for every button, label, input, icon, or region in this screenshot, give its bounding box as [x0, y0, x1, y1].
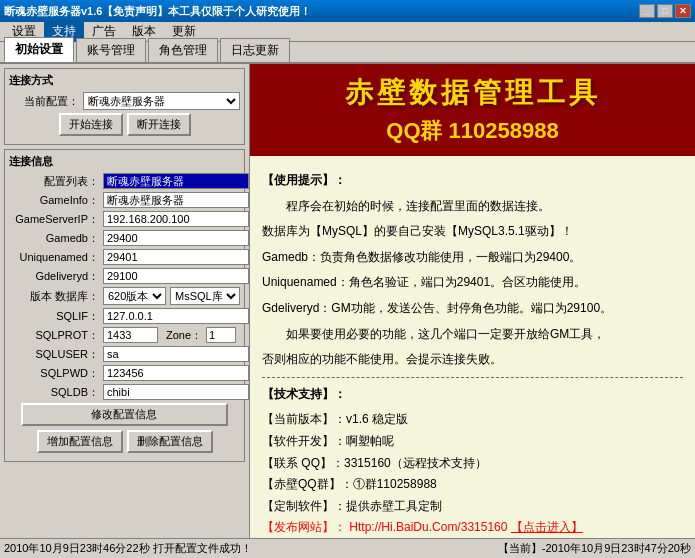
add-delete-buttons: 增加配置信息 删除配置信息 — [9, 430, 240, 453]
gdeliveryd-row: Gdeliveryd： — [9, 268, 240, 284]
tech-qq-group-value: ①群110258988 — [353, 477, 437, 491]
gameserverip-input[interactable] — [103, 211, 249, 227]
connect-button[interactable]: 开始连接 — [59, 113, 123, 136]
tips-line-1: 程序会在初始的时候，连接配置里面的数据连接。 — [262, 196, 683, 218]
tab-log-update[interactable]: 日志更新 — [220, 38, 290, 62]
sqluser-label: SQLUSER： — [9, 347, 99, 362]
gamedb-input[interactable] — [103, 230, 249, 246]
sqldb-input[interactable] — [103, 384, 249, 400]
gamedb-label: Gamedb： — [9, 231, 99, 246]
db-version-label: 版本 数据库： — [9, 289, 99, 304]
status-bar: 2010年10月9日23时46分22秒 打开配置文件成功！ 【当前】-2010年… — [0, 538, 695, 558]
tech-developer-label: 【软件开发】： — [262, 434, 346, 448]
tips-line-5: Gdeliveryd：GM功能，发送公告、封停角色功能。端口为29100。 — [262, 298, 683, 320]
tab-initial-settings[interactable]: 初始设置 — [4, 37, 74, 62]
sqlpwd-input[interactable] — [103, 365, 249, 381]
tech-qq-group: 【赤壁QQ群】：①群110258988 — [262, 474, 683, 496]
right-body: 【使用提示】： 程序会在初始的时候，连接配置里面的数据连接。 数据库为【MySQ… — [250, 156, 695, 538]
tech-website-label: 【发布网站】： — [262, 520, 346, 534]
tech-qq-value: 3315160（远程技术支持） — [344, 456, 487, 470]
tech-version-value: v1.6 稳定版 — [346, 412, 408, 426]
gameinfo-label: GameInfo： — [9, 193, 99, 208]
sqlif-row: SQLIF： — [9, 308, 240, 324]
tech-support-section: 【技术支持】： 【当前版本】：v1.6 稳定版 【软件开发】：啊塑帕呢 【联系 … — [262, 384, 683, 538]
tech-custom-label: 【定制软件】： — [262, 499, 346, 513]
uniquenamed-input[interactable] — [103, 249, 249, 265]
sqlpwd-label: SQLPWD： — [9, 366, 99, 381]
tech-website-url: Http://Hi.BaiDu.Com/3315160 — [349, 520, 510, 534]
right-header: 赤壁数据管理工具 QQ群 110258988 — [250, 64, 695, 156]
minimize-button[interactable]: _ — [639, 4, 655, 18]
tips-line-4: Uniquenamed：角色名验证，端口为29401。合区功能使用。 — [262, 272, 683, 294]
current-config-select[interactable]: 断魂赤壁服务器 — [83, 92, 240, 110]
disconnect-button[interactable]: 断开连接 — [127, 113, 191, 136]
sqlprot-label: SQLPROT： — [9, 328, 99, 343]
divider — [262, 377, 683, 378]
maximize-button[interactable]: □ — [657, 4, 673, 18]
tech-custom-value: 提供赤壁工具定制 — [346, 499, 442, 513]
tab-role-management[interactable]: 角色管理 — [148, 38, 218, 62]
title-bar: 断魂赤壁服务器v1.6【免责声明】本工具仅限于个人研究使用！ _ □ ✕ — [0, 0, 695, 22]
gameserverip-row: GameServerIP： — [9, 211, 240, 227]
zone-input[interactable] — [206, 327, 236, 343]
tech-qq-group-label: 【赤壁QQ群】： — [262, 477, 353, 491]
sqlprot-input[interactable] — [103, 327, 158, 343]
right-panel: 赤壁数据管理工具 QQ群 110258988 【使用提示】： 程序会在初始的时候… — [250, 64, 695, 538]
tips-line-6: 如果要使用必要的功能，这几个端口一定要开放给GM工具， — [262, 324, 683, 346]
tab-account-management[interactable]: 账号管理 — [76, 38, 146, 62]
right-subtitle: QQ群 110258988 — [270, 116, 675, 146]
close-button[interactable]: ✕ — [675, 4, 691, 18]
zone-label: Zone： — [166, 328, 202, 343]
connection-type-group: 连接方式 当前配置： 断魂赤壁服务器 开始连接 断开连接 — [4, 68, 245, 145]
tech-developer: 【软件开发】：啊塑帕呢 — [262, 431, 683, 453]
uniquenamed-label: Uniquenamed： — [9, 250, 99, 265]
tabs-bar: 初始设置 账号管理 角色管理 日志更新 — [0, 42, 695, 64]
gdeliveryd-label: Gdeliveryd： — [9, 269, 99, 284]
status-right: 【当前】-2010年10月9日23时47分20秒 — [498, 541, 691, 556]
sqlprot-row: SQLPROT： Zone： — [9, 327, 240, 343]
sqlpwd-row: SQLPWD： — [9, 365, 240, 381]
connection-buttons: 开始连接 断开连接 — [9, 113, 240, 136]
gamedb-row: Gamedb： — [9, 230, 240, 246]
tech-qq: 【联系 QQ】：3315160（远程技术支持） — [262, 453, 683, 475]
uniquenamed-row: Uniquenamed： — [9, 249, 240, 265]
tips-line-3: Gamedb：负责角色数据修改功能使用，一般端口为29400。 — [262, 247, 683, 269]
current-config-row: 当前配置： 断魂赤壁服务器 — [9, 92, 240, 110]
gdeliveryd-input[interactable] — [103, 268, 249, 284]
tech-website: 【发布网站】： Http://Hi.BaiDu.Com/3315160 【点击进… — [262, 517, 683, 538]
config-list-input[interactable] — [103, 173, 249, 189]
db-type-select[interactable]: MsSQL库 — [170, 287, 240, 305]
sqluser-input[interactable] — [103, 346, 249, 362]
tech-support-heading: 【技术支持】： — [262, 384, 683, 406]
add-config-button[interactable]: 增加配置信息 — [37, 430, 123, 453]
main-content: 连接方式 当前配置： 断魂赤壁服务器 开始连接 断开连接 连接信息 配置列表： — [0, 64, 695, 538]
gameinfo-input[interactable] — [103, 192, 249, 208]
status-left: 2010年10月9日23时46分22秒 打开配置文件成功！ — [4, 541, 498, 556]
sqlif-label: SQLIF： — [9, 309, 99, 324]
window-title: 断魂赤壁服务器v1.6【免责声明】本工具仅限于个人研究使用！ — [4, 4, 639, 19]
right-title: 赤壁数据管理工具 — [270, 74, 675, 112]
sqlif-input[interactable] — [103, 308, 249, 324]
tech-developer-value: 啊塑帕呢 — [346, 434, 394, 448]
connection-info-group: 连接信息 配置列表： GameInfo： GameServerIP： G — [4, 149, 245, 462]
config-list-row: 配置列表： — [9, 173, 240, 189]
gameserverip-label: GameServerIP： — [9, 212, 99, 227]
tech-custom: 【定制软件】：提供赤壁工具定制 — [262, 496, 683, 518]
connection-info-title: 连接信息 — [9, 154, 240, 169]
tips-line-2: 数据库为【MySQL】的要自己安装【MySQL3.5.1驱动】！ — [262, 221, 683, 243]
tech-website-link[interactable]: 【点击进入】 — [511, 520, 583, 534]
modify-config-button[interactable]: 修改配置信息 — [21, 403, 229, 426]
sqluser-row: SQLUSER： — [9, 346, 240, 362]
left-panel: 连接方式 当前配置： 断魂赤壁服务器 开始连接 断开连接 连接信息 配置列表： — [0, 64, 250, 538]
sqldb-row: SQLDB： — [9, 384, 240, 400]
connection-type-title: 连接方式 — [9, 73, 240, 88]
config-list-label: 配置列表： — [9, 174, 99, 189]
db-version-row: 版本 数据库： 620版本 MsSQL库 — [9, 287, 240, 305]
modify-config-row: 修改配置信息 — [9, 403, 240, 426]
tips-heading: 【使用提示】： — [262, 170, 683, 192]
current-config-label: 当前配置： — [9, 94, 79, 109]
version-select[interactable]: 620版本 — [103, 287, 166, 305]
sqldb-label: SQLDB： — [9, 385, 99, 400]
window-controls: _ □ ✕ — [639, 4, 691, 18]
delete-config-button[interactable]: 删除配置信息 — [127, 430, 213, 453]
